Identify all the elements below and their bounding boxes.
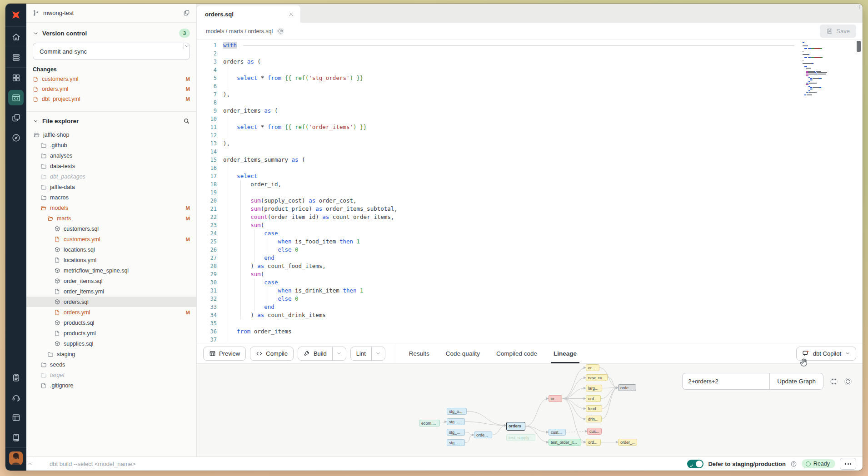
refresh-graph-button[interactable] [844, 378, 852, 385]
lineage-node-testOrderIt[interactable]: test_order_it... [549, 439, 581, 446]
tree-item-customers-sql[interactable]: customers.sql [26, 223, 196, 234]
nav-orchestration[interactable] [5, 128, 26, 148]
tree-item-marts[interactable]: martsM [26, 213, 196, 223]
lineage-node-cusPink[interactable]: cus... [587, 428, 602, 435]
chevron-down-icon [33, 118, 39, 124]
nav-home[interactable] [5, 27, 26, 47]
lineage-node-cust[interactable]: cust... [549, 429, 566, 436]
defer-toggle[interactable] [687, 460, 703, 468]
tree-item-jaffle-shop[interactable]: jaffle-shop [26, 129, 196, 140]
lineage-node-orPink[interactable]: or... [549, 395, 562, 402]
panel-tab-results[interactable]: Results [401, 343, 438, 363]
tree-item--github[interactable]: .github [26, 140, 196, 150]
tree-item-locations-yml[interactable]: locations.yml [26, 255, 196, 265]
changed-file[interactable]: customers.ymlM [26, 74, 196, 84]
info-icon[interactable] [790, 461, 797, 467]
update-graph-button[interactable]: Update Graph [769, 373, 823, 390]
tree-item-orders-sql[interactable]: orders.sql [26, 297, 196, 307]
app-window: mwong-test Version control 3 Commit and … [5, 4, 863, 471]
lint-options-chevron[interactable] [371, 347, 385, 360]
nav-support-headset[interactable] [5, 387, 26, 407]
file-explorer-header[interactable]: File explorer [26, 112, 196, 128]
lineage-node-drin[interactable]: drin... [586, 416, 602, 422]
build-options-chevron[interactable] [332, 347, 346, 360]
tree-item-customers-yml[interactable]: customers.ymlM [26, 234, 196, 244]
editor-minimap[interactable] [803, 42, 853, 98]
tree-item-models[interactable]: modelsM [26, 203, 196, 213]
tree-item-data-tests[interactable]: data-tests [26, 161, 196, 171]
dbt-command-input[interactable] [33, 457, 687, 471]
editor-scrollbar[interactable] [857, 41, 861, 52]
new-tab-button[interactable] [856, 4, 863, 10]
lineage-node-orders[interactable]: orders [506, 422, 525, 431]
lineage-node-stg2[interactable]: stg_... [447, 418, 465, 425]
lineage-node-newCu[interactable]: new_cu... [586, 374, 608, 381]
tree-item-analyses[interactable]: analyses [26, 150, 196, 161]
open-lineage-icon[interactable] [277, 28, 284, 35]
code-line-27: 27 end [197, 254, 863, 262]
nav-projects[interactable] [5, 108, 26, 128]
tree-item-target[interactable]: target [26, 370, 196, 380]
environments-icon [11, 53, 21, 62]
search-icon[interactable] [183, 118, 190, 124]
nav-changelog[interactable] [5, 367, 26, 387]
commit-and-sync-button[interactable]: Commit and sync [33, 43, 190, 60]
preview-button[interactable]: Preview [203, 347, 246, 361]
tree-item-order-items-sql[interactable]: order_items.sql [26, 276, 196, 286]
tree-item-macros[interactable]: macros [26, 192, 196, 203]
fullscreen-button[interactable] [830, 378, 838, 385]
lineage-node-stg4[interactable]: stg_... [447, 439, 465, 446]
panel-tab-code-quality[interactable]: Code quality [438, 343, 488, 363]
panel-tab-lineage[interactable]: Lineage [545, 343, 585, 363]
tree-item--gitignore[interactable]: .gitignore [26, 380, 196, 391]
lineage-node-ordY2[interactable]: ord... [586, 439, 601, 446]
tree-item-locations-sql[interactable]: locations.sql [26, 244, 196, 255]
lint-button[interactable]: Lint [350, 347, 385, 361]
tree-item-seeds[interactable]: seeds [26, 359, 196, 370]
lineage-node-ordY1[interactable]: ord... [586, 395, 601, 402]
commit-options-chevron[interactable] [184, 43, 190, 49]
lineage-node-food[interactable]: food... [586, 405, 602, 412]
lineage-filter-input[interactable] [682, 373, 769, 390]
changed-file[interactable]: dbt_project.ymlM [26, 94, 196, 104]
version-control-header[interactable]: Version control 3 [26, 23, 196, 41]
tree-item-products-yml[interactable]: products.yml [26, 328, 196, 338]
lineage-node-testSupply[interactable]: test_supply... [506, 434, 535, 441]
lineage-node-orderY3[interactable]: order_... [618, 439, 637, 446]
tree-item-metricflow-time-spine-sql[interactable]: metricflow_time_spine.sql [26, 265, 196, 276]
tree-item-orders-yml[interactable]: orders.ymlM [26, 307, 196, 317]
copy-branch-icon[interactable] [183, 10, 190, 16]
nav-docs-window[interactable] [5, 407, 26, 427]
changed-file[interactable]: orders.ymlM [26, 84, 196, 94]
lineage-node-stg3[interactable]: stg_... [447, 429, 465, 436]
tree-item-order-items-yml[interactable]: order_items.yml [26, 286, 196, 297]
tree-item-staging[interactable]: staging [26, 349, 196, 359]
close-tab-icon[interactable] [288, 11, 294, 17]
tree-item-products-sql[interactable]: products.sql [26, 317, 196, 328]
lineage-node-ordeBlue[interactable]: orde... [474, 431, 492, 438]
expand-command-bar-button[interactable] [26, 461, 33, 467]
save-button[interactable]: Save [820, 25, 856, 38]
tree-item-dbt-packages[interactable]: dbt_packages [26, 171, 196, 182]
user-avatar[interactable] [9, 451, 23, 465]
lineage-node-ecom[interactable]: ecom.... [419, 420, 440, 426]
more-options-button[interactable] [840, 458, 856, 470]
lineage-node-ordeGray[interactable]: orde... [618, 384, 636, 391]
nav-code-editor[interactable] [5, 88, 26, 108]
nav-environments[interactable] [5, 47, 26, 67]
tree-item-jaffle-data[interactable]: jaffle-data [26, 182, 196, 192]
code-editor[interactable]: 1with23orders as (45 select * from {{ re… [197, 40, 863, 343]
tab-orders-sql[interactable]: orders.sql [197, 5, 300, 23]
compile-button[interactable]: Compile [250, 347, 294, 361]
code-icon [256, 350, 263, 357]
nav-dbt-logo[interactable] [5, 4, 26, 26]
panel-tab-compiled-code[interactable]: Compiled code [488, 343, 545, 363]
lineage-node-stg1[interactable]: stg_o... [447, 408, 467, 415]
lineage-node-larg[interactable]: larg... [586, 385, 602, 392]
dbt-copilot-button[interactable]: dbt Copilot [796, 347, 856, 361]
nav-knowledge-base[interactable] [5, 427, 26, 447]
nav-apps-grid[interactable] [5, 68, 26, 88]
tree-item-supplies-sql[interactable]: supplies.sql [26, 338, 196, 349]
lineage-node-orY[interactable]: or... [586, 364, 599, 371]
build-button[interactable]: Build [298, 347, 346, 361]
